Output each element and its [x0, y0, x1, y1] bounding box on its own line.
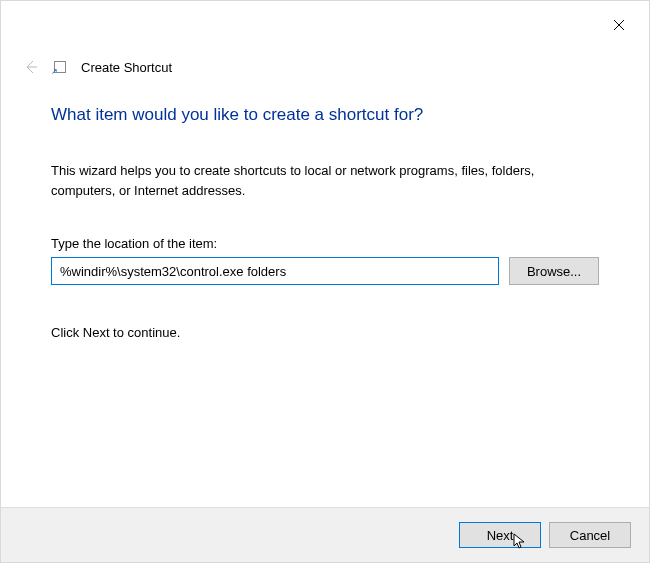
- dialog-title: Create Shortcut: [81, 60, 172, 75]
- titlebar: [1, 1, 649, 49]
- header-row: Create Shortcut: [1, 59, 649, 75]
- close-icon: [613, 19, 625, 31]
- cancel-button[interactable]: Cancel: [549, 522, 631, 548]
- content-area: What item would you like to create a sho…: [1, 105, 649, 507]
- location-input[interactable]: [51, 257, 499, 285]
- next-button[interactable]: Next: [459, 522, 541, 548]
- create-shortcut-dialog: Create Shortcut What item would you like…: [0, 0, 650, 563]
- browse-button[interactable]: Browse...: [509, 257, 599, 285]
- back-button[interactable]: [23, 59, 39, 75]
- close-button[interactable]: [609, 15, 629, 35]
- shortcut-icon: [53, 60, 67, 74]
- wizard-description: This wizard helps you to create shortcut…: [51, 161, 599, 200]
- continue-instruction: Click Next to continue.: [51, 325, 599, 340]
- back-arrow-icon: [23, 59, 39, 75]
- input-row: Browse...: [51, 257, 599, 285]
- dialog-footer: Next Cancel: [1, 507, 649, 562]
- location-label: Type the location of the item:: [51, 236, 599, 251]
- main-heading: What item would you like to create a sho…: [51, 105, 599, 125]
